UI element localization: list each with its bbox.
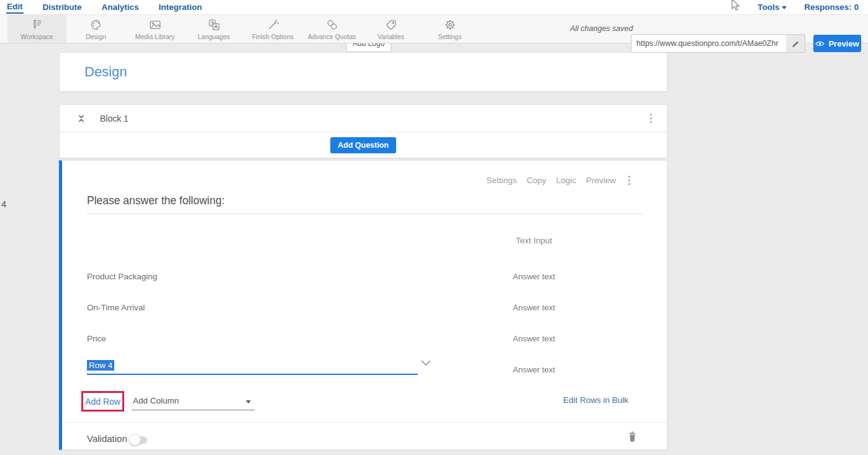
block-title: Block 1	[100, 114, 129, 124]
responses-count[interactable]: Responses: 0	[803, 1, 859, 13]
add-column-dropdown[interactable]: Add Column	[132, 393, 255, 410]
add-row-highlight-box: Add Row	[81, 391, 124, 412]
block-card: Block 1 Add Question	[59, 104, 667, 158]
toolbar-item-variables[interactable]: Variables	[361, 15, 420, 43]
selected-row-text: Row 4	[87, 360, 114, 371]
editor-toolbar: Workspace Design Media Library	[0, 15, 868, 43]
design-palette-icon	[89, 18, 103, 32]
nav-item-analytics[interactable]: Analytics	[101, 1, 140, 13]
survey-url-input[interactable]	[631, 39, 786, 48]
top-navigation: Edit Distribute Analytics Integration To…	[0, 0, 868, 15]
eye-icon	[815, 40, 825, 47]
media-library-icon	[148, 18, 162, 32]
pencil-icon	[792, 40, 800, 48]
delete-question-trash-icon[interactable]	[627, 431, 638, 443]
question-card: Settings Copy Logic Preview Please answe…	[59, 160, 667, 450]
edit-url-button[interactable]	[786, 35, 805, 52]
workspace-icon	[30, 18, 44, 32]
nav-item-edit[interactable]: Edit	[6, 1, 24, 14]
variables-tag-icon	[384, 18, 398, 32]
design-heading: Design	[84, 64, 127, 80]
question-title[interactable]: Please answer the following:	[87, 194, 225, 207]
add-question-row: Add Question	[60, 132, 667, 158]
question-menu-dots-icon[interactable]	[626, 174, 633, 186]
row-label[interactable]: Product Packaging	[87, 272, 157, 281]
validation-label: Validation	[87, 433, 127, 444]
question-settings-link[interactable]: Settings	[486, 176, 517, 185]
toolbar-item-finish-options[interactable]: Finish Options	[243, 15, 302, 43]
question-copy-link[interactable]: Copy	[527, 176, 546, 185]
toolbar-item-design[interactable]: Design	[66, 15, 125, 43]
toolbar-item-workspace[interactable]: Workspace	[7, 15, 66, 43]
matrix-row: Price Answer text	[62, 324, 667, 353]
row-label[interactable]: On-Time Arrival	[87, 303, 145, 312]
preview-button[interactable]: Preview	[813, 35, 861, 52]
add-row-link[interactable]: Add Row	[85, 397, 120, 407]
nav-item-integration[interactable]: Integration	[158, 1, 203, 13]
validation-toggle[interactable]	[130, 436, 147, 444]
toolbar-item-languages[interactable]: Languages	[184, 15, 243, 43]
row-answer-placeholder[interactable]: Answer text	[410, 303, 658, 312]
survey-url-group	[631, 34, 805, 53]
question-logic-link[interactable]: Logic	[556, 176, 576, 185]
dropdown-caret-icon	[246, 400, 251, 403]
toolbar-item-media-library[interactable]: Media Library	[125, 15, 184, 43]
toolbar-items: Workspace Design Media Library	[7, 15, 479, 43]
toolbar-item-settings[interactable]: Settings	[420, 15, 479, 43]
save-status-text: All changes saved	[570, 24, 633, 33]
left-edge-marker: 4	[1, 199, 6, 209]
column-header-text-input: Text Input	[410, 236, 658, 245]
nav-right-group: Tools Responses: 0	[757, 1, 859, 13]
row-label-input[interactable]: Row 4	[87, 356, 418, 375]
row-answer-placeholder[interactable]: Answer text	[410, 272, 658, 281]
question-footer-divider	[62, 422, 667, 423]
add-question-button[interactable]: Add Question	[330, 137, 396, 153]
matrix-row-editing: Row 4 Answer text	[62, 355, 667, 384]
advance-quotas-links-icon	[325, 18, 339, 32]
settings-gear-icon	[443, 18, 457, 32]
block-header: Block 1	[60, 105, 667, 132]
edit-rows-in-bulk-link[interactable]: Edit Rows in Bulk	[563, 395, 628, 405]
design-card: Design	[59, 52, 667, 92]
caret-down-icon	[782, 6, 787, 9]
question-actions: Settings Copy Logic Preview	[486, 174, 633, 186]
toolbar-item-advance-quotas[interactable]: Advance Quotas	[302, 15, 361, 43]
block-menu-dots-icon[interactable]	[648, 112, 654, 124]
collapse-block-icon[interactable]	[76, 114, 86, 124]
row-answer-placeholder[interactable]: Answer text	[410, 334, 658, 343]
question-title-underline	[87, 214, 643, 214]
matrix-row: Product Packaging Answer text	[62, 262, 667, 291]
nav-item-distribute[interactable]: Distribute	[42, 1, 83, 13]
languages-icon	[207, 18, 221, 32]
nav-tabs: Edit Distribute Analytics Integration	[6, 1, 202, 14]
add-column-label: Add Column	[133, 396, 179, 405]
question-preview-link[interactable]: Preview	[586, 176, 616, 185]
row-answer-placeholder[interactable]: Answer text	[410, 365, 658, 374]
row-label[interactable]: Price	[87, 334, 106, 343]
matrix-row: On-Time Arrival Answer text	[62, 293, 667, 322]
tools-dropdown[interactable]: Tools	[757, 1, 787, 13]
finish-options-wand-icon	[266, 18, 280, 32]
